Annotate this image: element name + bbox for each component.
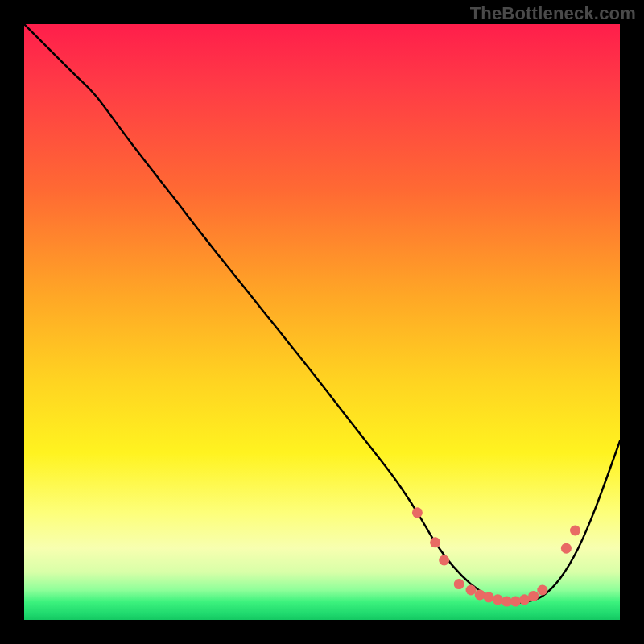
curve-marker <box>537 585 547 596</box>
curve-marker <box>493 594 503 605</box>
curve-marker <box>412 507 423 518</box>
curve-marker <box>519 594 530 605</box>
curve-marker <box>561 543 572 554</box>
curve-marker <box>475 589 485 600</box>
bottleneck-curve <box>24 24 620 603</box>
curve-marker <box>430 537 440 547</box>
plot-area <box>24 24 620 620</box>
curve-markers <box>412 507 580 606</box>
curve-marker <box>570 526 580 536</box>
curve-marker <box>528 591 539 601</box>
curve-marker <box>484 592 494 602</box>
watermark-text: TheBottleneck.com <box>470 3 636 24</box>
curve-marker <box>454 579 464 589</box>
curve-marker <box>510 597 521 607</box>
curve-svg <box>24 24 620 620</box>
curve-marker <box>502 597 512 607</box>
curve-marker <box>466 585 477 596</box>
chart-frame: TheBottleneck.com <box>0 0 644 644</box>
curve-marker <box>439 555 449 566</box>
